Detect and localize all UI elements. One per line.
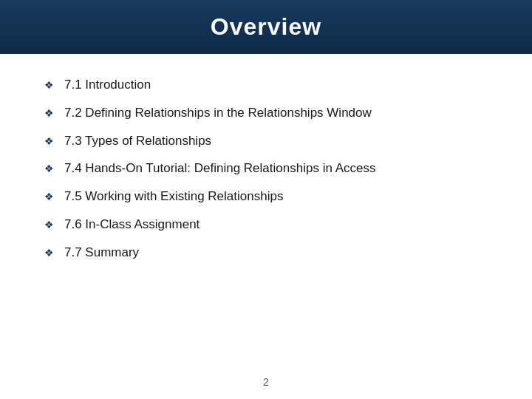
bullet-text: 7.7 Summary bbox=[64, 244, 139, 262]
slide-footer: 2 bbox=[0, 375, 532, 389]
bullet-diamond-icon: ❖ bbox=[44, 246, 54, 261]
page-number: 2 bbox=[263, 376, 269, 388]
list-item: ❖7.2 Defining Relationships in the Relat… bbox=[44, 104, 488, 122]
slide-header: Overview bbox=[0, 0, 532, 54]
bullet-text: 7.5 Working with Existing Relationships bbox=[64, 188, 283, 205]
bullet-diamond-icon: ❖ bbox=[44, 162, 54, 177]
bullet-diamond-icon: ❖ bbox=[44, 218, 54, 233]
bullet-text: 7.2 Defining Relationships in the Relati… bbox=[64, 104, 372, 122]
overview-list: ❖7.1 Introduction❖7.2 Defining Relations… bbox=[44, 76, 488, 272]
bullet-text: 7.6 In-Class Assignment bbox=[64, 216, 200, 233]
bullet-text: 7.3 Types of Relationships bbox=[64, 132, 211, 150]
list-item: ❖7.4 Hands-On Tutorial: Defining Relatio… bbox=[44, 160, 488, 177]
slide: Overview ❖7.1 Introduction❖7.2 Defining … bbox=[0, 0, 532, 399]
list-item: ❖7.3 Types of Relationships bbox=[44, 132, 488, 150]
bullet-diamond-icon: ❖ bbox=[44, 190, 54, 205]
slide-content: ❖7.1 Introduction❖7.2 Defining Relations… bbox=[0, 54, 532, 399]
list-item: ❖7.7 Summary bbox=[44, 244, 488, 262]
bullet-diamond-icon: ❖ bbox=[44, 106, 54, 121]
bullet-text: 7.4 Hands-On Tutorial: Defining Relation… bbox=[64, 160, 375, 177]
bullet-diamond-icon: ❖ bbox=[44, 134, 54, 149]
bullet-diamond-icon: ❖ bbox=[44, 78, 54, 93]
list-item: ❖7.5 Working with Existing Relationships bbox=[44, 188, 488, 205]
slide-title: Overview bbox=[0, 13, 532, 41]
bullet-text: 7.1 Introduction bbox=[64, 76, 151, 94]
list-item: ❖7.1 Introduction bbox=[44, 76, 488, 94]
list-item: ❖7.6 In-Class Assignment bbox=[44, 216, 488, 233]
